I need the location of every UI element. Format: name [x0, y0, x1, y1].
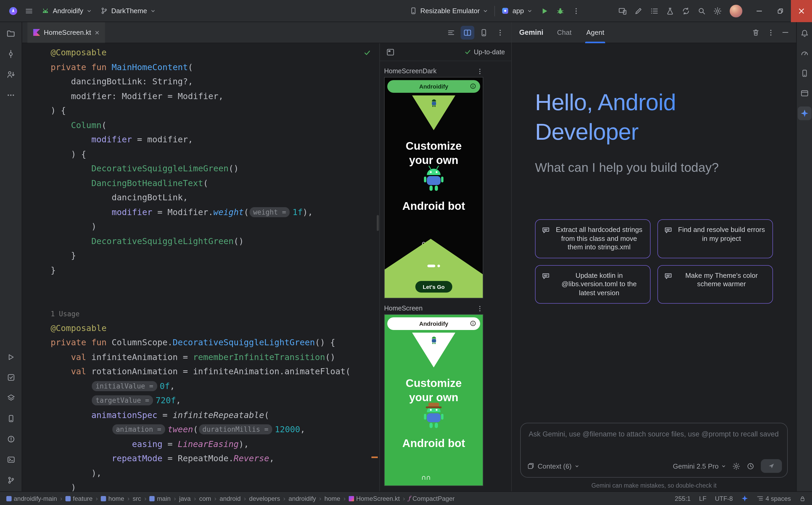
maximize-button[interactable] — [770, 0, 791, 22]
code-line[interactable]: @Composable — [51, 321, 379, 335]
code-line[interactable]: dancingBotLink: String?, — [51, 74, 379, 89]
debug-button[interactable] — [552, 3, 568, 19]
preview-options-button[interactable] — [476, 305, 483, 312]
code-line[interactable]: val infiniteAnimation = rememberInfinite… — [51, 350, 379, 364]
breadcrumb-item[interactable]: com — [199, 495, 211, 502]
code-line[interactable] — [51, 277, 379, 292]
preview-homescreendark[interactable]: Androidify Customize your own — [384, 77, 483, 298]
terminal-tool-button[interactable] — [3, 452, 19, 468]
preview-options-button[interactable] — [476, 68, 483, 74]
profiler-button[interactable] — [798, 46, 811, 60]
code-line[interactable]: DecorativeSquiggleLightGreen() — [51, 234, 379, 248]
code-line[interactable]: val rotationAnimation = infiniteAnimatio… — [51, 364, 379, 379]
code-line[interactable]: DancingBotHeadlineText( — [51, 176, 379, 190]
model-selector[interactable]: Gemini 2.5 Pro — [673, 462, 726, 470]
breadcrumb-item[interactable]: java — [179, 495, 191, 502]
breadcrumb-item[interactable]: home — [325, 495, 340, 502]
todo-list-button[interactable] — [646, 3, 662, 19]
line-separator[interactable]: LF — [699, 495, 706, 502]
branch-selector[interactable]: DarkTheme — [96, 3, 160, 19]
code-line[interactable]: ) — [51, 219, 379, 234]
code-line[interactable]: dancingBotLink, — [51, 190, 379, 205]
editor-pane[interactable]: @Composableprivate fun MainHomeContent( … — [22, 43, 379, 491]
send-button[interactable] — [761, 459, 782, 473]
code-line[interactable]: } — [51, 248, 379, 263]
file-encoding[interactable]: UTF-8 — [715, 495, 733, 502]
ui-check-tool-button[interactable] — [3, 369, 19, 385]
device-selector[interactable]: Resizable Emulator — [405, 3, 492, 19]
breadcrumb-item[interactable]: HomeScreen.kt — [349, 495, 400, 502]
close-tab-icon[interactable]: × — [95, 28, 100, 36]
code-line[interactable]: private fun ColumnScope.DecorativeSquigg… — [51, 335, 379, 350]
breadcrumb-item[interactable]: androidify — [288, 495, 316, 502]
editor-options-button[interactable] — [493, 26, 507, 39]
gemini-prompt-input[interactable] — [521, 423, 787, 438]
close-button[interactable] — [791, 0, 812, 22]
code-review-button[interactable] — [630, 3, 646, 19]
preview-homescreen[interactable]: Androidify Customize your own — [384, 314, 483, 486]
suggestion-extract-strings[interactable]: Extract all hardcoded strings from this … — [535, 219, 651, 258]
code-line[interactable]: animationSpec = infiniteRepeatable( — [51, 408, 379, 422]
build-variants-tool-button[interactable] — [3, 390, 19, 406]
code-line[interactable]: DecorativeSquiggleLimeGreen() — [51, 161, 379, 176]
code-line[interactable]: modifier = Modifier.weight(weight =1f), — [51, 205, 379, 219]
device-manager-button[interactable] — [798, 66, 811, 80]
breadcrumb-item[interactable]: developers — [249, 495, 280, 502]
settings-button[interactable] — [710, 3, 725, 19]
inspections-ok-icon[interactable] — [363, 49, 371, 56]
running-devices-button[interactable] — [798, 87, 811, 100]
panel-options-button[interactable] — [767, 29, 775, 36]
breadcrumb-item[interactable]: src — [133, 495, 141, 502]
minimize-button[interactable] — [749, 0, 770, 22]
code-line[interactable]: @Composable — [51, 45, 379, 60]
code-line[interactable]: easing = LinearEasing), — [51, 437, 379, 451]
code-line[interactable] — [51, 292, 379, 306]
split-mode-button[interactable] — [461, 26, 474, 39]
editor-tab-homescreen[interactable]: HomeScreen.kt × — [27, 22, 105, 43]
gemini-tool-button[interactable] — [798, 107, 811, 120]
breadcrumb-item[interactable]: feature — [66, 495, 93, 502]
sync-button[interactable] — [678, 3, 694, 19]
indent-config[interactable]: 4 spaces — [757, 495, 791, 502]
suggestion-update-kotlin[interactable]: Update kotlin in @libs.version.toml to t… — [535, 265, 651, 304]
tab-agent[interactable]: Agent — [585, 22, 605, 43]
code-line[interactable]: } — [51, 263, 379, 277]
code-line[interactable]: Column( — [51, 118, 379, 132]
breadcrumb-item[interactable]: home — [101, 495, 124, 502]
code-line[interactable]: initialValue =0f, — [51, 379, 379, 393]
user-avatar[interactable] — [730, 4, 742, 17]
gemini-settings-button[interactable] — [732, 462, 740, 470]
running-devices-tool-button[interactable] — [3, 410, 19, 427]
clear-chat-button[interactable] — [752, 28, 760, 36]
suggestion-theme-warmer[interactable]: Make my Theme's color scheme warmer — [658, 265, 773, 304]
code-line[interactable]: ) { — [51, 103, 379, 118]
more-actions-button[interactable] — [568, 3, 584, 19]
project-tool-button[interactable] — [3, 25, 19, 41]
hide-panel-button[interactable] — [782, 29, 789, 36]
code-line[interactable]: repeatMode = RepeatMode.Reverse, — [51, 451, 379, 466]
code-line[interactable]: modifier: Modifier = Modifier, — [51, 89, 379, 103]
run-config-selector[interactable]: app — [497, 3, 537, 19]
search-everywhere-button[interactable] — [694, 3, 710, 19]
gemini-input-box[interactable]: Context (6) Gemini 2.5 Pro — [520, 423, 788, 478]
pull-requests-tool-button[interactable] — [3, 66, 19, 82]
code-line[interactable]: ), — [51, 466, 379, 480]
breadcrumb-item[interactable]: main — [149, 495, 171, 502]
breadcrumb-item[interactable]: android — [220, 495, 241, 502]
experiments-button[interactable] — [662, 3, 678, 19]
breadcrumb-item[interactable]: androidify-main — [6, 495, 57, 502]
caret-position[interactable]: 255:1 — [675, 495, 691, 502]
preview-scroll-area[interactable]: HomeScreenDark Androidify — [380, 61, 511, 491]
code-line[interactable]: ) — [51, 480, 379, 491]
problems-tool-button[interactable] — [3, 431, 19, 447]
device-mirroring-button[interactable] — [615, 3, 630, 19]
code-line[interactable]: 1 Usage — [51, 306, 379, 321]
ai-spark-icon[interactable] — [741, 495, 748, 502]
run-button[interactable] — [537, 3, 552, 19]
editor-scrollbar[interactable] — [377, 215, 379, 231]
design-mode-button[interactable] — [477, 26, 491, 39]
tab-chat[interactable]: Chat — [556, 22, 573, 43]
context-selector[interactable]: Context (6) — [527, 462, 580, 470]
lock-icon[interactable] — [799, 495, 806, 502]
commit-tool-button[interactable] — [3, 46, 19, 62]
